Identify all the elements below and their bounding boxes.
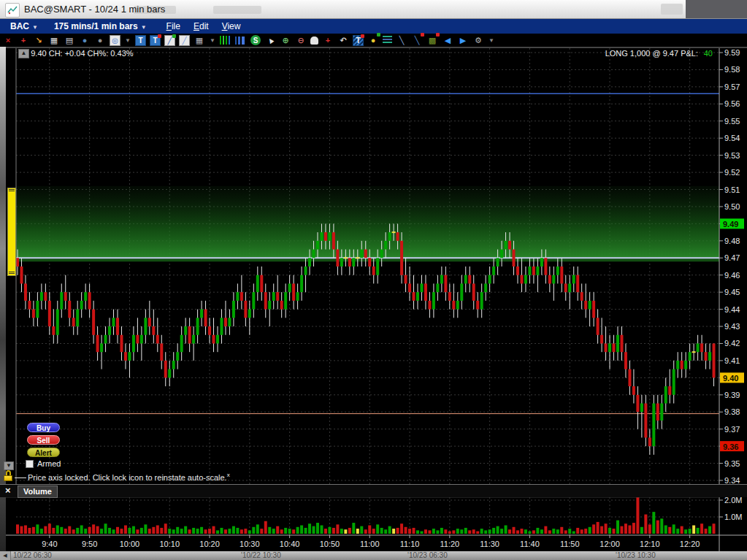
volume-bar xyxy=(584,529,587,534)
candle-body xyxy=(697,343,700,352)
candle-body xyxy=(32,310,35,318)
volume-bar xyxy=(556,529,559,534)
time-axis-label: 11:20 xyxy=(440,540,459,548)
candle-body xyxy=(420,283,423,292)
volume-bar xyxy=(132,526,135,534)
volume-close-icon[interactable]: × xyxy=(5,485,11,496)
candle-body xyxy=(660,404,663,421)
candle-body xyxy=(300,275,303,292)
volume-bar xyxy=(156,526,159,534)
price-axis-label: 9.55 xyxy=(724,117,740,126)
candle-body xyxy=(120,335,123,352)
volume-bar xyxy=(172,529,175,534)
volume-bar xyxy=(440,528,443,534)
volume-bar xyxy=(460,529,463,534)
candle-body xyxy=(540,258,543,266)
alert-button[interactable]: Alert xyxy=(27,448,60,457)
volume-bar xyxy=(288,529,291,534)
scrollbar-date-label: '10/23 10:30 xyxy=(616,551,656,559)
armed-checkbox[interactable] xyxy=(26,460,34,468)
price-axis-label: 9.56 xyxy=(724,99,740,108)
time-axis-label: 11:50 xyxy=(560,540,580,548)
volume-bar xyxy=(112,529,115,534)
candle-body xyxy=(104,335,107,344)
price-axis-label: 9.52 xyxy=(724,168,740,177)
candle-body xyxy=(244,301,247,318)
candle-body xyxy=(276,292,279,301)
candle-body xyxy=(624,352,627,369)
volume-bar xyxy=(228,529,231,534)
volume-bar xyxy=(416,530,419,534)
scrollbar-date-label: '10/23 06:30 xyxy=(407,551,448,559)
volume-bar xyxy=(300,526,303,534)
scroll-left-button[interactable]: ◀ xyxy=(0,551,11,560)
candle-body xyxy=(548,275,551,284)
volume-bar xyxy=(32,527,35,534)
volume-bar xyxy=(248,530,251,534)
candle-body xyxy=(368,258,371,266)
candle-body xyxy=(664,386,667,403)
candle-body xyxy=(576,275,579,292)
candle-body xyxy=(708,352,711,361)
candle-body xyxy=(188,326,191,343)
candle-body xyxy=(40,292,43,301)
volume-bar xyxy=(88,527,91,534)
candle-body xyxy=(480,292,483,309)
price-axis-label: 9.58 xyxy=(724,65,740,74)
volume-bar xyxy=(236,528,239,534)
scroll-up-button[interactable]: ▲ xyxy=(18,49,29,58)
volume-bar xyxy=(332,528,335,534)
volume-bar xyxy=(80,526,83,534)
lock-body xyxy=(4,475,12,481)
volume-bar xyxy=(408,529,411,534)
candle-body xyxy=(600,335,603,344)
thumb-grip xyxy=(9,189,15,192)
volume-bar xyxy=(544,526,547,534)
candle-body xyxy=(581,292,583,301)
candle-body xyxy=(397,232,399,241)
arrow-line xyxy=(15,477,26,478)
volume-bar xyxy=(304,528,307,534)
time-axis-label: 9:40 xyxy=(42,540,57,548)
price-range-thumb[interactable] xyxy=(7,188,16,276)
time-axis-label: 11:00 xyxy=(360,540,380,548)
time-scrollbar[interactable]: ◀ 10/22 06:30'10/22 10:30'10/23 06:30'10… xyxy=(0,551,747,560)
volume-bar xyxy=(348,528,351,534)
volume-bar xyxy=(684,529,687,534)
volume-bar xyxy=(668,527,671,534)
volume-bar xyxy=(260,529,263,534)
sell-button[interactable]: Sell xyxy=(27,435,60,445)
candle-body xyxy=(20,266,23,283)
candle-body xyxy=(180,335,183,352)
volume-bar xyxy=(188,529,191,534)
candle-body xyxy=(705,352,708,361)
candle-body xyxy=(76,310,79,326)
candle-body xyxy=(224,318,227,326)
volume-pane-tab[interactable]: Volume xyxy=(18,486,58,498)
candle-body xyxy=(44,292,47,301)
candle-body xyxy=(644,404,647,438)
volume-bar xyxy=(540,529,543,534)
price-axis-label: 9.51 xyxy=(724,185,740,194)
volume-bar xyxy=(140,528,143,534)
candle-body xyxy=(80,301,83,310)
candle-body xyxy=(320,232,323,241)
candle-body xyxy=(584,301,587,310)
scroll-down-button[interactable]: ▼ xyxy=(4,461,14,470)
lock-shackle xyxy=(6,470,11,475)
candle-body xyxy=(156,335,159,344)
lock-icon[interactable] xyxy=(3,470,13,482)
candle-body xyxy=(272,292,275,301)
volume-bar xyxy=(96,526,99,534)
candle-body xyxy=(260,275,263,292)
candle-body xyxy=(124,352,127,361)
candle-body xyxy=(100,343,103,352)
candle-body xyxy=(204,310,207,326)
candle-body xyxy=(296,292,299,301)
volume-bar xyxy=(564,530,567,534)
time-axis-label: 10:50 xyxy=(320,540,340,548)
candle-body xyxy=(408,283,411,292)
time-axis-label: 10:30 xyxy=(240,540,260,548)
buy-button[interactable]: Buy xyxy=(27,423,60,432)
dismiss-message-x[interactable]: x xyxy=(227,472,230,478)
